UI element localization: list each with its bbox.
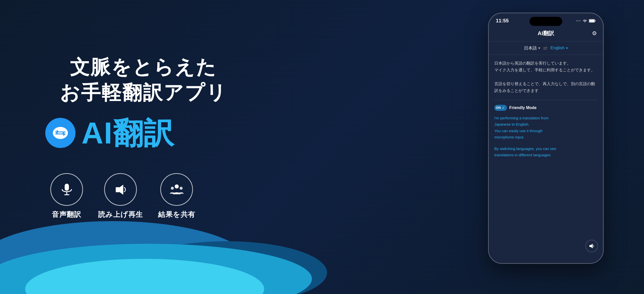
time-display: 11:55 — [496, 18, 509, 24]
settings-icon[interactable]: ⚙ — [592, 30, 597, 37]
speaker-icon — [114, 183, 128, 197]
speaker-btn-icon — [589, 243, 594, 249]
feature-voice[interactable]: 音声翻訳 — [50, 173, 83, 219]
source-text-line4: 言語を切り替えることで、再入力なしで、別の言語の翻訳をみることができます — [494, 80, 597, 94]
translated-line3: You can easily use it through — [494, 128, 597, 134]
svg-rect-14 — [589, 245, 591, 247]
toggle-check-icon: ✓ — [502, 106, 505, 110]
feature-playback-label: 読み上げ再生 — [98, 210, 143, 219]
logo-area: AI翻訳 — [45, 118, 257, 148]
phone-mockup: 11:55 ···· AI翻訳 ⚙ — [488, 13, 604, 264]
svg-rect-4 — [65, 184, 69, 191]
source-text-line2: マイク入力を通して、手軽に利用することができます。 — [494, 67, 597, 73]
phone-content: AI翻訳 ⚙ 日本語 ▾ ⇄ English ▾ 日本語から英語の翻訳を実行して… — [489, 26, 603, 257]
source-language-label: 日本語 — [524, 45, 537, 51]
translated-text-block-1: I'm performing a translation from Japane… — [494, 115, 597, 140]
translated-text-block-2: By switching languages, you can see tran… — [494, 145, 597, 158]
swap-languages-icon[interactable]: ⇄ — [543, 45, 547, 51]
features-row: 音声翻訳 読み上げ再生 — [50, 173, 257, 219]
logo-svg-icon — [52, 124, 69, 142]
dynamic-island — [530, 17, 562, 26]
source-text-line1: 日本語から英語の翻訳を実行しています。 — [494, 60, 597, 67]
svg-rect-7 — [116, 187, 120, 192]
source-text-block: 日本語から英語の翻訳を実行しています。 マイク入力を通して、手軽に利用することが… — [494, 60, 597, 94]
phone-frame: 11:55 ···· AI翻訳 ⚙ — [488, 13, 604, 264]
signal-icon: ···· — [576, 19, 581, 23]
feature-playback[interactable]: 読み上げ再生 — [98, 173, 143, 219]
translated-line2: Japanese to English. — [494, 121, 597, 128]
feature-share[interactable]: 結果を共有 — [158, 173, 195, 219]
logo-icon-circle — [45, 118, 75, 148]
tagline: 文脈をとらえた お手軽翻訳アプリ — [30, 55, 257, 106]
feature-voice-label: 音声翻訳 — [52, 210, 82, 219]
wifi-icon — [582, 19, 587, 23]
translated2-line2: translations in different languages — [494, 152, 597, 158]
target-lang-dropdown-icon: ▾ — [566, 46, 568, 50]
feature-voice-circle — [50, 173, 83, 206]
app-title: AI翻訳 — [538, 30, 554, 37]
svg-point-10 — [180, 187, 183, 190]
translated-line4: microphone input. — [494, 134, 597, 140]
language-selector[interactable]: 日本語 ▾ ⇄ English ▾ — [489, 41, 603, 55]
share-icon — [170, 183, 184, 197]
source-language[interactable]: 日本語 ▾ — [524, 45, 540, 51]
translated-line1: I'm performing a translation from — [494, 115, 597, 121]
feature-share-label: 結果を共有 — [158, 210, 195, 219]
battery-icon — [589, 19, 596, 23]
app-logo-text: AI翻訳 — [82, 118, 175, 148]
translation-area: 日本語から英語の翻訳を実行しています。 マイク入力を通して、手軽に利用することが… — [489, 55, 603, 257]
content-divider — [494, 100, 597, 100]
friendly-mode-label: Friendly Mode — [509, 106, 537, 110]
left-content: 文脈をとらえた お手軽翻訳アプリ AI翻訳 — [30, 0, 257, 294]
toggle-on-label: ON — [496, 106, 501, 110]
source-lang-dropdown-icon: ▾ — [538, 46, 540, 50]
friendly-mode-toggle[interactable]: ON ✓ — [494, 105, 507, 111]
svg-rect-13 — [589, 20, 594, 22]
friendly-mode-row[interactable]: ON ✓ Friendly Mode — [494, 105, 597, 111]
tagline-line2: お手軽翻訳アプリ — [30, 80, 257, 105]
app-header: AI翻訳 ⚙ — [489, 26, 603, 41]
svg-point-1 — [53, 127, 68, 139]
feature-playback-circle — [104, 173, 137, 206]
svg-point-9 — [171, 187, 174, 190]
status-icons: ···· — [576, 19, 596, 23]
feature-share-circle — [160, 173, 193, 206]
translated2-line1: By switching languages, you can see — [494, 145, 597, 152]
target-language-label: English — [550, 45, 565, 51]
target-language[interactable]: English ▾ — [550, 45, 568, 51]
svg-point-8 — [175, 184, 179, 188]
microphone-icon — [60, 183, 74, 197]
speaker-playback-button[interactable] — [585, 240, 598, 252]
svg-rect-12 — [595, 20, 596, 22]
tagline-line1: 文脈をとらえた — [30, 55, 257, 80]
